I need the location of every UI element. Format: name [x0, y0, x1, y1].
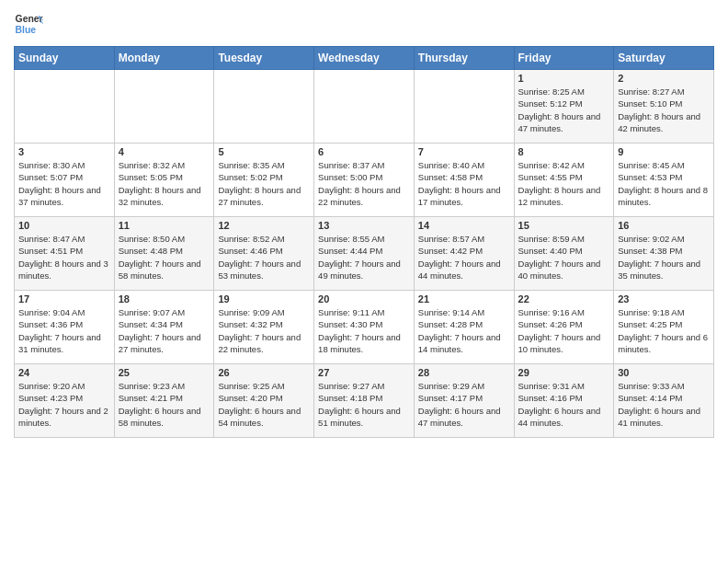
day-number: 16: [618, 220, 710, 231]
calendar-cell: 21Sunrise: 9:14 AM Sunset: 4:28 PM Dayli…: [414, 291, 514, 364]
day-detail: Sunrise: 8:32 AM Sunset: 5:05 PM Dayligh…: [119, 159, 210, 208]
day-detail: Sunrise: 9:31 AM Sunset: 4:16 PM Dayligh…: [518, 380, 610, 429]
calendar-cell: 19Sunrise: 9:09 AM Sunset: 4:32 PM Dayli…: [214, 291, 314, 364]
calendar-cell: 15Sunrise: 8:59 AM Sunset: 4:40 PM Dayli…: [514, 217, 614, 291]
day-number: 14: [418, 220, 510, 231]
day-detail: Sunrise: 9:04 AM Sunset: 4:36 PM Dayligh…: [18, 306, 110, 355]
calendar-cell: 25Sunrise: 9:23 AM Sunset: 4:21 PM Dayli…: [114, 364, 214, 438]
day-detail: Sunrise: 9:20 AM Sunset: 4:23 PM Dayligh…: [18, 380, 110, 429]
day-number: 23: [618, 293, 710, 304]
day-number: 11: [119, 220, 210, 231]
day-detail: Sunrise: 9:14 AM Sunset: 4:28 PM Dayligh…: [418, 306, 510, 355]
calendar-cell: 17Sunrise: 9:04 AM Sunset: 4:36 PM Dayli…: [15, 291, 115, 364]
day-detail: Sunrise: 8:45 AM Sunset: 4:53 PM Dayligh…: [618, 159, 710, 208]
day-detail: Sunrise: 8:37 AM Sunset: 5:00 PM Dayligh…: [318, 159, 410, 208]
day-number: 24: [18, 367, 110, 378]
day-number: 10: [18, 220, 110, 231]
day-detail: Sunrise: 8:27 AM Sunset: 5:10 PM Dayligh…: [618, 86, 710, 134]
day-number: 8: [518, 146, 610, 157]
day-detail: Sunrise: 9:07 AM Sunset: 4:34 PM Dayligh…: [119, 306, 210, 355]
calendar-cell: 22Sunrise: 9:16 AM Sunset: 4:26 PM Dayli…: [514, 291, 614, 364]
calendar-cell: 24Sunrise: 9:20 AM Sunset: 4:23 PM Dayli…: [15, 364, 115, 438]
week-row-1: 1Sunrise: 8:25 AM Sunset: 5:12 PM Daylig…: [15, 70, 714, 144]
col-header-saturday: Saturday: [614, 47, 714, 70]
week-row-3: 10Sunrise: 8:47 AM Sunset: 4:51 PM Dayli…: [15, 217, 714, 291]
day-number: 17: [18, 293, 110, 304]
day-detail: Sunrise: 8:35 AM Sunset: 5:02 PM Dayligh…: [218, 159, 310, 208]
calendar-cell: 18Sunrise: 9:07 AM Sunset: 4:34 PM Dayli…: [114, 291, 214, 364]
week-row-4: 17Sunrise: 9:04 AM Sunset: 4:36 PM Dayli…: [15, 291, 714, 364]
day-number: 6: [318, 146, 410, 157]
calendar-cell: [114, 70, 214, 144]
day-detail: Sunrise: 8:52 AM Sunset: 4:46 PM Dayligh…: [218, 233, 310, 282]
day-number: 12: [218, 220, 310, 231]
calendar-cell: 5Sunrise: 8:35 AM Sunset: 5:02 PM Daylig…: [214, 144, 314, 217]
day-detail: Sunrise: 8:57 AM Sunset: 4:42 PM Dayligh…: [418, 233, 510, 282]
day-detail: Sunrise: 8:59 AM Sunset: 4:40 PM Dayligh…: [518, 233, 610, 282]
calendar-cell: 12Sunrise: 8:52 AM Sunset: 4:46 PM Dayli…: [214, 217, 314, 291]
day-number: 1: [518, 73, 610, 84]
calendar-cell: 10Sunrise: 8:47 AM Sunset: 4:51 PM Dayli…: [15, 217, 115, 291]
day-number: 27: [318, 367, 410, 378]
day-detail: Sunrise: 9:11 AM Sunset: 4:30 PM Dayligh…: [318, 306, 410, 355]
day-detail: Sunrise: 9:18 AM Sunset: 4:25 PM Dayligh…: [618, 306, 710, 355]
col-header-tuesday: Tuesday: [214, 47, 314, 70]
calendar-header-row: SundayMondayTuesdayWednesdayThursdayFrid…: [15, 47, 714, 70]
day-number: 9: [618, 146, 710, 157]
main-container: General Blue SundayMondayTuesdayWednesda…: [0, 0, 728, 447]
calendar-cell: 9Sunrise: 8:45 AM Sunset: 4:53 PM Daylig…: [614, 144, 714, 217]
svg-text:Blue: Blue: [16, 25, 37, 35]
day-detail: Sunrise: 9:27 AM Sunset: 4:18 PM Dayligh…: [318, 380, 410, 429]
calendar-cell: 26Sunrise: 9:25 AM Sunset: 4:20 PM Dayli…: [214, 364, 314, 438]
day-number: 25: [119, 367, 210, 378]
day-detail: Sunrise: 9:09 AM Sunset: 4:32 PM Dayligh…: [218, 306, 310, 355]
calendar-cell: 8Sunrise: 8:42 AM Sunset: 4:55 PM Daylig…: [514, 144, 614, 217]
calendar-cell: [414, 70, 514, 144]
day-detail: Sunrise: 8:30 AM Sunset: 5:07 PM Dayligh…: [18, 159, 110, 208]
day-number: 18: [119, 293, 210, 304]
calendar-cell: 30Sunrise: 9:33 AM Sunset: 4:14 PM Dayli…: [614, 364, 714, 438]
day-number: 15: [518, 220, 610, 231]
col-header-friday: Friday: [514, 47, 614, 70]
calendar-cell: 23Sunrise: 9:18 AM Sunset: 4:25 PM Dayli…: [614, 291, 714, 364]
day-detail: Sunrise: 9:02 AM Sunset: 4:38 PM Dayligh…: [618, 233, 710, 282]
calendar-cell: 6Sunrise: 8:37 AM Sunset: 5:00 PM Daylig…: [314, 144, 415, 217]
calendar-cell: 29Sunrise: 9:31 AM Sunset: 4:16 PM Dayli…: [514, 364, 614, 438]
day-number: 19: [218, 293, 310, 304]
header: General Blue: [14, 9, 714, 39]
col-header-monday: Monday: [114, 47, 214, 70]
col-header-sunday: Sunday: [15, 47, 115, 70]
day-number: 26: [218, 367, 310, 378]
day-number: 13: [318, 220, 410, 231]
day-number: 22: [518, 293, 610, 304]
day-detail: Sunrise: 8:25 AM Sunset: 5:12 PM Dayligh…: [518, 86, 610, 134]
week-row-2: 3Sunrise: 8:30 AM Sunset: 5:07 PM Daylig…: [15, 144, 714, 217]
calendar-cell: 11Sunrise: 8:50 AM Sunset: 4:48 PM Dayli…: [114, 217, 214, 291]
calendar-cell: 13Sunrise: 8:55 AM Sunset: 4:44 PM Dayli…: [314, 217, 415, 291]
day-number: 30: [618, 367, 710, 378]
day-number: 5: [218, 146, 310, 157]
calendar-cell: [15, 70, 115, 144]
logo: General Blue: [14, 9, 47, 39]
day-detail: Sunrise: 8:40 AM Sunset: 4:58 PM Dayligh…: [418, 159, 510, 208]
day-number: 3: [18, 146, 110, 157]
calendar-cell: [214, 70, 314, 144]
calendar-cell: 1Sunrise: 8:25 AM Sunset: 5:12 PM Daylig…: [514, 70, 614, 144]
calendar-cell: 27Sunrise: 9:27 AM Sunset: 4:18 PM Dayli…: [314, 364, 415, 438]
day-number: 4: [119, 146, 210, 157]
calendar-body: 1Sunrise: 8:25 AM Sunset: 5:12 PM Daylig…: [15, 70, 714, 438]
day-detail: Sunrise: 8:50 AM Sunset: 4:48 PM Dayligh…: [119, 233, 210, 282]
logo-icon: General Blue: [14, 9, 43, 39]
day-number: 7: [418, 146, 510, 157]
day-detail: Sunrise: 8:55 AM Sunset: 4:44 PM Dayligh…: [318, 233, 410, 282]
day-detail: Sunrise: 9:25 AM Sunset: 4:20 PM Dayligh…: [218, 380, 310, 429]
day-detail: Sunrise: 9:29 AM Sunset: 4:17 PM Dayligh…: [418, 380, 510, 429]
day-detail: Sunrise: 8:42 AM Sunset: 4:55 PM Dayligh…: [518, 159, 610, 208]
calendar-cell: 20Sunrise: 9:11 AM Sunset: 4:30 PM Dayli…: [314, 291, 415, 364]
calendar-cell: 3Sunrise: 8:30 AM Sunset: 5:07 PM Daylig…: [15, 144, 115, 217]
day-detail: Sunrise: 9:16 AM Sunset: 4:26 PM Dayligh…: [518, 306, 610, 355]
day-detail: Sunrise: 9:23 AM Sunset: 4:21 PM Dayligh…: [119, 380, 210, 429]
week-row-5: 24Sunrise: 9:20 AM Sunset: 4:23 PM Dayli…: [15, 364, 714, 438]
calendar-cell: 4Sunrise: 8:32 AM Sunset: 5:05 PM Daylig…: [114, 144, 214, 217]
calendar-cell: 14Sunrise: 8:57 AM Sunset: 4:42 PM Dayli…: [414, 217, 514, 291]
